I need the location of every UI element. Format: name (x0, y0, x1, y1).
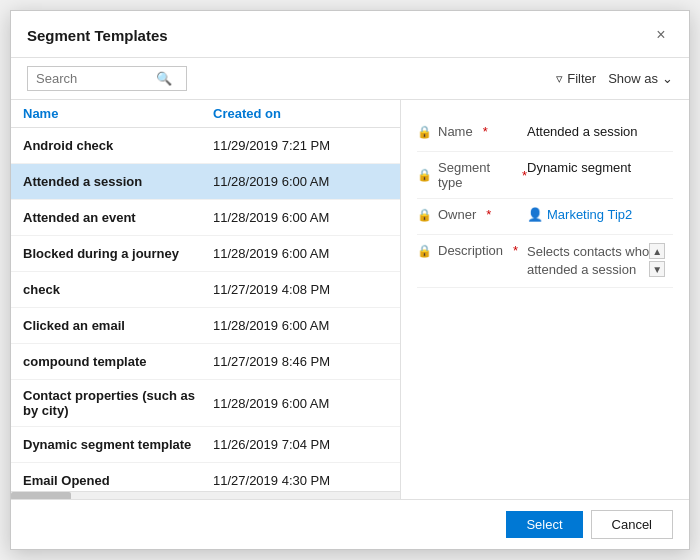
row-name: Blocked during a journey (23, 246, 213, 261)
list-row[interactable]: Attended an event11/28/2019 6:00 AM (11, 200, 400, 236)
list-row[interactable]: Email Opened11/27/2019 4:30 PM (11, 463, 400, 491)
list-header: Name Created on (11, 100, 400, 128)
detail-value: Dynamic segment (527, 160, 673, 175)
content-area: Name Created on Android check11/29/2019 … (11, 100, 689, 499)
filter-icon: ▿ (556, 71, 563, 86)
chevron-down-icon: ⌄ (662, 71, 673, 86)
detail-label: Owner (438, 207, 476, 222)
detail-value-wrap: 👤Marketing Tip2 (527, 207, 673, 222)
row-date: 11/27/2019 4:08 PM (213, 282, 330, 297)
row-date: 11/27/2019 8:46 PM (213, 354, 330, 369)
list-row[interactable]: Contact properties (such as by city)11/2… (11, 380, 400, 427)
detail-label: Name (438, 124, 473, 139)
horizontal-scroll-thumb[interactable] (11, 492, 71, 499)
description-text: Selects contacts who attended a session (527, 243, 649, 279)
row-name: compound template (23, 354, 213, 369)
row-name: Android check (23, 138, 213, 153)
row-date: 11/28/2019 6:00 AM (213, 210, 329, 225)
search-box[interactable]: 🔍 (27, 66, 187, 91)
row-name: Contact properties (such as by city) (23, 388, 213, 418)
list-row[interactable]: compound template11/27/2019 8:46 PM (11, 344, 400, 380)
description-scroll-controls: ▲▼ (649, 243, 665, 277)
detail-value: Attended a session (527, 124, 673, 139)
column-header-created[interactable]: Created on (213, 106, 281, 121)
filter-button[interactable]: ▿ Filter (556, 71, 596, 86)
row-date: 11/28/2019 6:00 AM (213, 318, 329, 333)
search-input[interactable] (36, 71, 156, 86)
dialog-footer: Select Cancel (11, 499, 689, 549)
row-date: 11/28/2019 6:00 AM (213, 396, 329, 411)
scroll-up-button[interactable]: ▲ (649, 243, 665, 259)
person-icon: 👤 (527, 207, 543, 222)
detail-field-row: 🔒Name*Attended a session (417, 116, 673, 152)
filter-label: Filter (567, 71, 596, 86)
detail-value[interactable]: Marketing Tip2 (547, 207, 673, 222)
lock-icon: 🔒 (417, 208, 432, 222)
required-indicator: * (486, 207, 491, 222)
search-icon: 🔍 (156, 71, 172, 86)
row-name: Attended a session (23, 174, 213, 189)
description-wrap: Selects contacts who attended a session▲… (527, 243, 673, 279)
detail-panel: 🔒Name*Attended a session🔒Segment type*Dy… (401, 100, 689, 499)
segment-templates-dialog: Segment Templates × 🔍 ▿ Filter Show as ⌄… (10, 10, 690, 550)
list-body[interactable]: Android check11/29/2019 7:21 PMAttended … (11, 128, 400, 491)
list-row[interactable]: Attended a session11/28/2019 6:00 AM (11, 164, 400, 200)
close-button[interactable]: × (649, 23, 673, 47)
list-row[interactable]: Clicked an email11/28/2019 6:00 AM (11, 308, 400, 344)
list-row[interactable]: check11/27/2019 4:08 PM (11, 272, 400, 308)
toolbar: 🔍 ▿ Filter Show as ⌄ (11, 58, 689, 100)
list-row[interactable]: Dynamic segment template11/26/2019 7:04 … (11, 427, 400, 463)
detail-label-wrap: 🔒Description* (417, 243, 527, 258)
row-name: Attended an event (23, 210, 213, 225)
list-row[interactable]: Android check11/29/2019 7:21 PM (11, 128, 400, 164)
lock-icon: 🔒 (417, 125, 432, 139)
row-date: 11/28/2019 6:00 AM (213, 174, 329, 189)
list-panel: Name Created on Android check11/29/2019 … (11, 100, 401, 499)
lock-icon: 🔒 (417, 168, 432, 182)
horizontal-scrollbar[interactable] (11, 491, 400, 499)
detail-label-wrap: 🔒Segment type* (417, 160, 527, 190)
column-header-name[interactable]: Name (23, 106, 213, 121)
detail-field-row: 🔒Owner*👤Marketing Tip2 (417, 199, 673, 235)
detail-field-row: 🔒Description*Selects contacts who attend… (417, 235, 673, 288)
toolbar-right: ▿ Filter Show as ⌄ (556, 71, 673, 86)
lock-icon: 🔒 (417, 244, 432, 258)
row-date: 11/28/2019 6:00 AM (213, 246, 329, 261)
detail-label: Segment type (438, 160, 512, 190)
row-name: Dynamic segment template (23, 437, 213, 452)
detail-label-wrap: 🔒Name* (417, 124, 527, 139)
required-indicator: * (513, 243, 518, 258)
dialog-title: Segment Templates (27, 27, 168, 44)
dialog-header: Segment Templates × (11, 11, 689, 58)
detail-label-wrap: 🔒Owner* (417, 207, 527, 222)
detail-field-row: 🔒Segment type*Dynamic segment (417, 152, 673, 199)
row-name: check (23, 282, 213, 297)
show-as-button[interactable]: Show as ⌄ (608, 71, 673, 86)
row-name: Clicked an email (23, 318, 213, 333)
row-name: Email Opened (23, 473, 213, 488)
detail-label: Description (438, 243, 503, 258)
scroll-down-button[interactable]: ▼ (649, 261, 665, 277)
show-as-label: Show as (608, 71, 658, 86)
row-date: 11/27/2019 4:30 PM (213, 473, 330, 488)
row-date: 11/29/2019 7:21 PM (213, 138, 330, 153)
select-button[interactable]: Select (506, 511, 582, 538)
list-row[interactable]: Blocked during a journey11/28/2019 6:00 … (11, 236, 400, 272)
cancel-button[interactable]: Cancel (591, 510, 673, 539)
required-indicator: * (483, 124, 488, 139)
row-date: 11/26/2019 7:04 PM (213, 437, 330, 452)
